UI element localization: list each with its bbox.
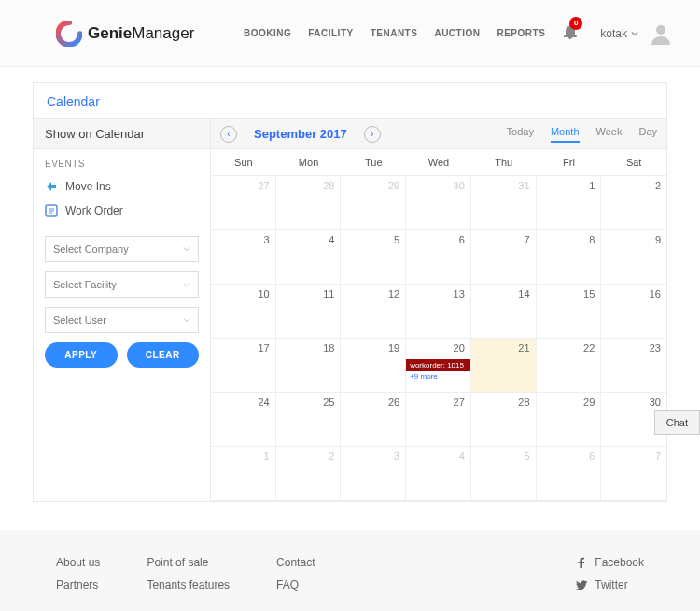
user-menu[interactable]: kotak bbox=[600, 27, 638, 40]
footer-facebook[interactable]: Facebook bbox=[576, 556, 644, 569]
day-cell[interactable]: 8 bbox=[537, 230, 602, 285]
svg-point-1 bbox=[656, 25, 665, 35]
day-cell[interactable]: 18 bbox=[276, 339, 342, 393]
chevron-down-icon bbox=[631, 30, 638, 37]
footer-pos[interactable]: Point of sale bbox=[147, 556, 230, 569]
user-label: Select User bbox=[53, 314, 106, 326]
chat-tab[interactable]: Chat bbox=[654, 410, 700, 435]
event-filter-workorder[interactable]: Work Order bbox=[34, 199, 210, 223]
avatar-icon[interactable] bbox=[650, 22, 672, 45]
movein-label: Move Ins bbox=[65, 180, 111, 193]
apply-button[interactable]: APPLY bbox=[45, 342, 118, 368]
day-cell[interactable]: 12 bbox=[341, 285, 406, 339]
view-today[interactable]: Today bbox=[507, 126, 534, 143]
filters: Select Company Select Facility Select Us… bbox=[34, 223, 210, 381]
day-cell[interactable]: 25 bbox=[276, 393, 342, 447]
more-events-link[interactable]: +9 more bbox=[410, 372, 438, 381]
event-filter-moveins[interactable]: Move Ins bbox=[34, 174, 210, 199]
dow-tue: Tue bbox=[341, 149, 406, 176]
day-cell[interactable]: 2 bbox=[601, 176, 666, 230]
day-cell[interactable]: 20 workorder: 1015 +9 more bbox=[406, 339, 471, 393]
day-cell[interactable]: 19 bbox=[341, 339, 406, 393]
dow-sun: Sun bbox=[211, 149, 276, 176]
day-cell[interactable]: 5 bbox=[341, 230, 406, 285]
day-cell[interactable]: 27 bbox=[211, 176, 276, 230]
day-cell[interactable]: 13 bbox=[406, 285, 471, 339]
dow-fri: Fri bbox=[537, 149, 602, 176]
day-cell[interactable]: 27 bbox=[406, 393, 471, 447]
user-select[interactable]: Select User bbox=[45, 307, 199, 333]
day-cell[interactable]: 5 bbox=[471, 447, 537, 501]
dow-mon: Mon bbox=[276, 149, 342, 176]
day-cell[interactable]: 28 bbox=[276, 176, 342, 230]
day-cell[interactable]: 4 bbox=[406, 447, 471, 501]
event-tag[interactable]: workorder: 1015 bbox=[406, 359, 470, 371]
day-cell-today[interactable]: 21 bbox=[471, 339, 537, 393]
facility-select[interactable]: Select Facility bbox=[45, 271, 199, 298]
view-month[interactable]: Month bbox=[551, 126, 580, 143]
calendar-header: ‹ September 2017 › Today Month Week Day bbox=[211, 119, 666, 149]
nav-tenants[interactable]: TENANTS bbox=[371, 28, 418, 38]
calendar-panel: Calendar Show on Calendar EVENTS Move In… bbox=[33, 82, 667, 502]
company-label: Select Company bbox=[53, 243, 129, 255]
footer-contact[interactable]: Contact bbox=[276, 556, 315, 569]
logo-icon bbox=[56, 21, 82, 47]
view-day[interactable]: Day bbox=[638, 126, 657, 143]
nav-reports[interactable]: REPORTS bbox=[497, 28, 545, 38]
day-cell[interactable]: 31 bbox=[471, 176, 537, 230]
day-cell[interactable]: 1 bbox=[537, 176, 602, 230]
day-cell[interactable]: 9 bbox=[601, 230, 666, 285]
svg-point-0 bbox=[58, 22, 80, 45]
day-cell[interactable]: 30 bbox=[406, 176, 471, 230]
day-cell[interactable]: 28 bbox=[471, 393, 537, 447]
view-switcher: Today Month Week Day bbox=[507, 126, 657, 143]
sidebar: Show on Calendar EVENTS Move Ins Work Or… bbox=[34, 119, 211, 501]
footer-faq[interactable]: FAQ bbox=[276, 578, 315, 591]
day-cell[interactable]: 2 bbox=[276, 447, 342, 501]
day-cell[interactable]: 3 bbox=[211, 230, 276, 285]
footer-about[interactable]: About us bbox=[56, 556, 100, 569]
view-week[interactable]: Week bbox=[596, 126, 623, 143]
facebook-icon bbox=[576, 557, 587, 568]
day-cell[interactable]: 17 bbox=[211, 339, 276, 393]
day-cell[interactable]: 15 bbox=[537, 285, 602, 339]
dow-sat: Sat bbox=[601, 149, 666, 176]
day-cell[interactable]: 7 bbox=[601, 447, 666, 501]
events-label: EVENTS bbox=[34, 149, 210, 174]
company-select[interactable]: Select Company bbox=[45, 236, 199, 262]
day-cell[interactable]: 11 bbox=[276, 285, 342, 339]
day-cell[interactable]: 6 bbox=[406, 230, 471, 285]
chevron-down-icon bbox=[183, 245, 190, 253]
nav-auction[interactable]: AUCTION bbox=[434, 28, 480, 38]
calendar: ‹ September 2017 › Today Month Week Day … bbox=[211, 119, 666, 501]
day-cell[interactable]: 22 bbox=[537, 339, 602, 393]
day-cell[interactable]: 14 bbox=[471, 285, 537, 339]
day-cell[interactable]: 6 bbox=[537, 447, 602, 501]
day-cell[interactable]: 16 bbox=[601, 285, 666, 339]
day-cell[interactable]: 26 bbox=[341, 393, 406, 447]
day-cell[interactable]: 1 bbox=[211, 447, 276, 501]
day-cell[interactable]: 10 bbox=[211, 285, 276, 339]
day-cell[interactable]: 23 bbox=[601, 339, 666, 393]
day-cell[interactable]: 29 bbox=[537, 393, 602, 447]
footer-partners[interactable]: Partners bbox=[56, 578, 100, 591]
footer-twitter[interactable]: Twitter bbox=[576, 578, 627, 591]
brand-text: GenieManager bbox=[88, 24, 194, 43]
day-cell[interactable]: 7 bbox=[471, 230, 537, 285]
panel-title: Calendar bbox=[34, 83, 666, 118]
nav-facility[interactable]: FACILITY bbox=[308, 28, 353, 38]
notif-badge: 0 bbox=[569, 17, 582, 30]
clear-button[interactable]: CLEAR bbox=[127, 342, 200, 368]
day-cell[interactable]: 29 bbox=[341, 176, 406, 230]
day-cell[interactable]: 4 bbox=[276, 230, 342, 285]
day-cell[interactable]: 3 bbox=[341, 447, 406, 501]
chevron-down-icon bbox=[183, 281, 190, 288]
prev-month-button[interactable]: ‹ bbox=[220, 126, 237, 143]
next-month-button[interactable]: › bbox=[364, 126, 381, 143]
nav-booking[interactable]: BOOKING bbox=[244, 28, 291, 38]
logo[interactable]: GenieManager bbox=[56, 21, 194, 47]
username: kotak bbox=[600, 27, 627, 40]
footer-tenfeat[interactable]: Tenants features bbox=[147, 578, 230, 591]
day-cell[interactable]: 24 bbox=[211, 393, 276, 447]
notifications-button[interactable]: 0 bbox=[564, 24, 577, 43]
